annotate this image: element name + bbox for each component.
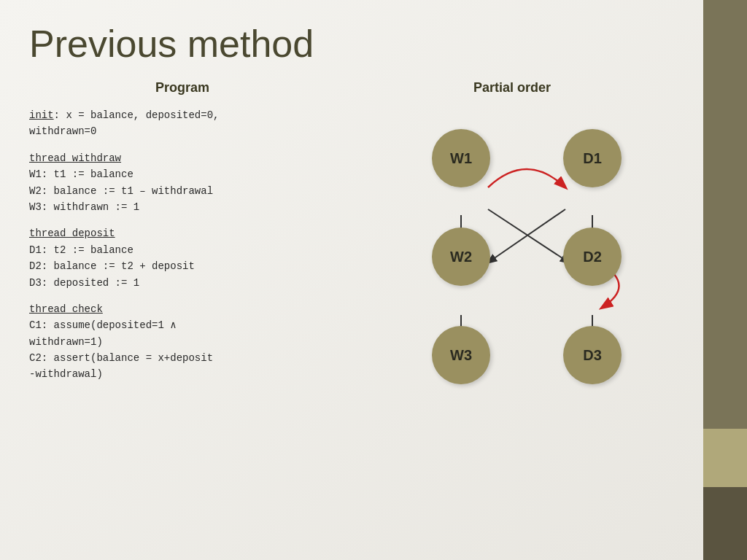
node-w1: W1 bbox=[432, 129, 490, 187]
deposit-section: thread deposit D1: t2 := balance D2: bal… bbox=[29, 225, 336, 291]
node-w2: W2 bbox=[432, 228, 490, 286]
node-w3: W3 bbox=[432, 326, 490, 384]
w3-line: W3: withdrawn := 1 bbox=[29, 199, 336, 215]
partial-order-title: Partial order bbox=[350, 80, 674, 96]
thread-check-label: thread check bbox=[29, 301, 336, 317]
d3-line: D3: deposited := 1 bbox=[29, 275, 336, 291]
init-keyword: init bbox=[29, 109, 54, 121]
tc-label: thread check bbox=[29, 303, 103, 315]
page-title: Previous method bbox=[29, 22, 674, 66]
svg-line-4 bbox=[488, 209, 569, 262]
sidebar-top bbox=[703, 0, 747, 429]
sidebar bbox=[703, 0, 747, 560]
d2-line: D2: balance := t2 + deposit bbox=[29, 258, 336, 274]
init-section: init: x = balance, deposited=0, withdraw… bbox=[29, 107, 336, 140]
init-line2: withdrawn=0 bbox=[29, 123, 336, 139]
w2-line: W2: balance := t1 – withdrawal bbox=[29, 183, 336, 199]
code-block: init: x = balance, deposited=0, withdraw… bbox=[29, 107, 336, 383]
node-d1: D1 bbox=[563, 129, 622, 187]
init-line: init: x = balance, deposited=0, bbox=[29, 107, 336, 123]
c1-line: C1: assume(deposited=1 ∧ bbox=[29, 317, 336, 333]
program-section: Program init: x = balance, deposited=0, … bbox=[29, 80, 336, 457]
node-d2: D2 bbox=[563, 228, 622, 286]
node-d3: D3 bbox=[563, 326, 622, 384]
withdraw-section: thread withdraw W1: t1 := balance W2: ba… bbox=[29, 150, 336, 216]
main-content: Previous method Program init: x = balanc… bbox=[0, 0, 703, 560]
thread-withdraw-label: thread withdraw bbox=[29, 150, 336, 166]
thread-deposit-label: thread deposit bbox=[29, 225, 336, 241]
sidebar-bot bbox=[703, 487, 747, 560]
c1-line2: withdrawn=1) bbox=[29, 334, 336, 350]
d1-line: D1: t2 := balance bbox=[29, 242, 336, 258]
td-label: thread deposit bbox=[29, 228, 115, 239]
c2-line: C2: assert(balance = x+deposit bbox=[29, 350, 336, 366]
check-section: thread check C1: assume(deposited=1 ∧ wi… bbox=[29, 301, 336, 383]
diagram-section: Partial order bbox=[350, 80, 674, 457]
sidebar-mid bbox=[703, 429, 747, 487]
tw-label: thread withdraw bbox=[29, 152, 121, 164]
content-area: Program init: x = balance, deposited=0, … bbox=[29, 80, 674, 457]
init-rest: : x = balance, deposited=0, bbox=[54, 109, 220, 121]
diagram-container: W1 D1 W2 D2 W3 D3 bbox=[374, 107, 651, 457]
c2-line2: -withdrawal) bbox=[29, 366, 336, 382]
svg-line-5 bbox=[488, 209, 565, 262]
program-title: Program bbox=[29, 80, 336, 96]
w1-line: W1: t1 := balance bbox=[29, 166, 336, 182]
